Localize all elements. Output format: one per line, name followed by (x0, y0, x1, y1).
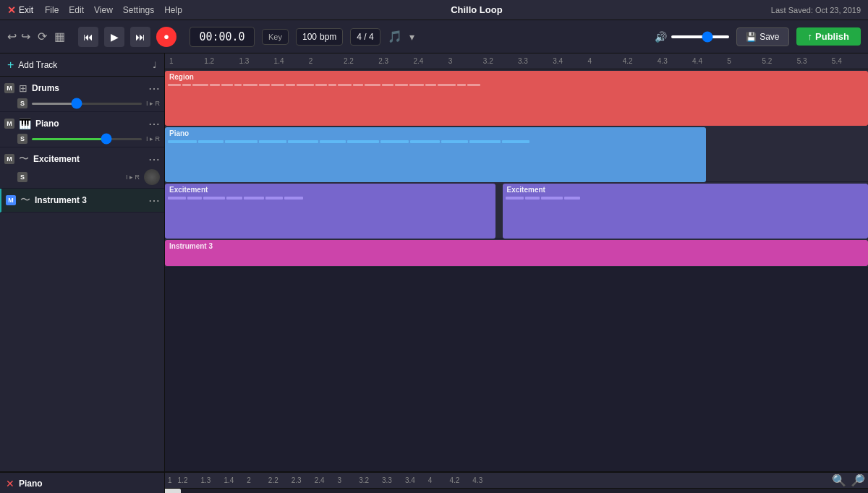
pr-mark-23: 2.3 (292, 476, 302, 484)
volume-icon: 🔊 (655, 31, 667, 43)
track-panel-icon[interactable]: ♩ (153, 60, 157, 70)
zoom-in-button[interactable]: 🔍 (832, 473, 846, 487)
piano-roll-grid-area: C4 (165, 489, 868, 493)
pr-mark-42: 4.2 (449, 476, 459, 484)
mark-43: 4.3 (656, 57, 691, 65)
add-track-button[interactable]: + Add Track (7, 59, 57, 72)
bpm-display[interactable]: 100 bpm (296, 28, 343, 46)
pr-mark-4: 4 (428, 476, 433, 484)
redo-button[interactable]: ↪ (21, 30, 30, 43)
drums-icon: ⊞ (19, 82, 27, 94)
menu-items: File Edit View Settings Help (45, 5, 182, 15)
pr-mark-3: 3 (338, 476, 342, 484)
timeline-ruler[interactable]: 1 1.2 1.3 1.4 2 2.2 2.3 2.4 3 3.2 3.3 3.… (165, 53, 868, 69)
region-inst3[interactable]: Instrument 3 (165, 240, 868, 266)
drums-menu[interactable]: ⋯ (148, 82, 160, 95)
piano-roll-close[interactable]: ✕ (6, 478, 14, 489)
record-button[interactable]: ● (156, 27, 176, 47)
publish-button[interactable]: ↑ Publish (796, 27, 861, 46)
volume-section: 🔊 (655, 31, 729, 43)
menu-file[interactable]: File (45, 5, 59, 15)
pr-mark-14: 1.4 (224, 476, 234, 484)
time-display[interactable]: 00:00.0 (190, 27, 255, 47)
arr-track-drums: Region (165, 69, 868, 126)
excitement-knob[interactable] (144, 169, 160, 185)
arrangement-area: 1 1.2 1.3 1.4 2 2.2 2.3 2.4 3 3.2 3.3 3.… (165, 53, 868, 471)
mark-53: 5.3 (796, 57, 830, 65)
excitement-2-mini-notes (506, 197, 865, 236)
skip-forward-button[interactable]: ⏭ (130, 27, 150, 47)
metronome-icon[interactable]: 🎵 (388, 30, 402, 43)
menu-edit[interactable]: Edit (69, 5, 84, 15)
excitement-region-2-label: Excitement (507, 186, 545, 194)
play-button[interactable]: ▶ (104, 27, 124, 47)
pr-mark-2: 2 (247, 476, 251, 484)
menu-settings[interactable]: Settings (123, 5, 154, 15)
drums-region-label: Region (169, 73, 194, 81)
exit-icon: ✕ (7, 4, 16, 16)
piano-keys-visual (165, 489, 181, 493)
piano-key-white[interactable] (165, 489, 181, 493)
inst3-name: Instrument 3 (35, 195, 145, 205)
expand-icon[interactable]: ▾ (409, 31, 414, 43)
midi-grid[interactable]: C4 (181, 489, 868, 493)
time-signature[interactable]: 4 / 4 (350, 28, 380, 46)
mute-inst3[interactable]: M (6, 195, 16, 205)
mark-54: 5.4 (830, 57, 865, 65)
region-excitement-2[interactable]: Excitement (503, 184, 868, 239)
piano-volume-slider[interactable] (32, 138, 142, 140)
exit-button[interactable]: ✕ Exit (7, 4, 33, 16)
loop-toggle[interactable]: ⟳ (38, 30, 47, 43)
mute-drums[interactable]: M (4, 83, 14, 93)
tracks-container[interactable]: Region (165, 69, 868, 471)
inst3-icon: 〜 (20, 194, 30, 207)
undo-button[interactable]: ↩ (7, 30, 17, 43)
mark-2: 2 (307, 57, 342, 65)
arr-track-inst3: Instrument 3 (165, 239, 868, 267)
drums-volume-slider[interactable] (32, 103, 142, 105)
menu-bar: ✕ Exit File Edit View Settings Help Chil… (0, 0, 868, 20)
excitement-name: Excitement (33, 154, 145, 164)
track-item-piano: M 🎹 Piano ⋯ S I ▸ R (0, 112, 164, 147)
mark-44: 4.4 (691, 57, 726, 65)
piano-roll-ruler[interactable]: 1 1.2 1.3 1.4 2 2.2 2.3 2.4 3 3.2 3.3 3.… (165, 473, 868, 489)
zoom-out-button[interactable]: 🔎 (851, 473, 865, 487)
excitement-menu[interactable]: ⋯ (148, 153, 160, 166)
metronome-toggle[interactable]: ▦ (54, 30, 65, 43)
menu-view[interactable]: View (94, 5, 113, 15)
menu-help[interactable]: Help (164, 5, 182, 15)
inst3-menu[interactable]: ⋯ (148, 194, 160, 207)
excitement-1-mini-notes (168, 197, 493, 236)
drums-lr: I ▸ R (146, 100, 160, 107)
region-piano[interactable]: Piano (165, 127, 706, 182)
piano-roll-title: Piano (19, 479, 43, 489)
ruler-marks: 1 1.2 1.3 1.4 2 2.2 2.3 2.4 3 3.2 3.3 3.… (168, 57, 865, 65)
pr-mark-33: 3.3 (382, 476, 392, 484)
piano-menu[interactable]: ⋯ (148, 117, 160, 131)
undo-redo-group: ↩ ↪ (7, 30, 30, 43)
piano-mini-notes (168, 140, 703, 179)
solo-piano[interactable]: S (17, 134, 27, 144)
key-display[interactable]: Key (262, 29, 289, 45)
skip-back-button[interactable]: ⏮ (78, 27, 98, 47)
volume-slider[interactable] (671, 35, 729, 38)
pr-mark-24: 2.4 (315, 476, 325, 484)
mute-excitement[interactable]: M (4, 154, 14, 164)
piano-roll-right: 1 1.2 1.3 1.4 2 2.2 2.3 2.4 3 3.2 3.3 3.… (165, 473, 868, 493)
solo-excitement[interactable]: S (17, 172, 27, 182)
region-excitement-1[interactable]: Excitement (165, 184, 495, 239)
piano-roll-left: ✕ Piano ▸ ✏ V 🎧 Velocity: 0 Random Legat… (0, 473, 165, 493)
mark-42: 4.2 (621, 57, 656, 65)
piano-name: Piano (35, 119, 145, 129)
mark-52: 5.2 (760, 57, 795, 65)
save-icon: 💾 (746, 32, 757, 42)
save-button[interactable]: 💾 Save (736, 27, 788, 46)
mute-piano[interactable]: M (4, 119, 14, 129)
mark-3: 3 (447, 57, 482, 65)
mark-14: 1.4 (273, 57, 307, 65)
piano-icon: 🎹 (19, 118, 31, 129)
mark-1: 1 (168, 57, 203, 65)
piano-region-label: Piano (169, 129, 189, 137)
region-drums[interactable]: Region (165, 71, 868, 126)
solo-drums[interactable]: S (17, 98, 27, 108)
